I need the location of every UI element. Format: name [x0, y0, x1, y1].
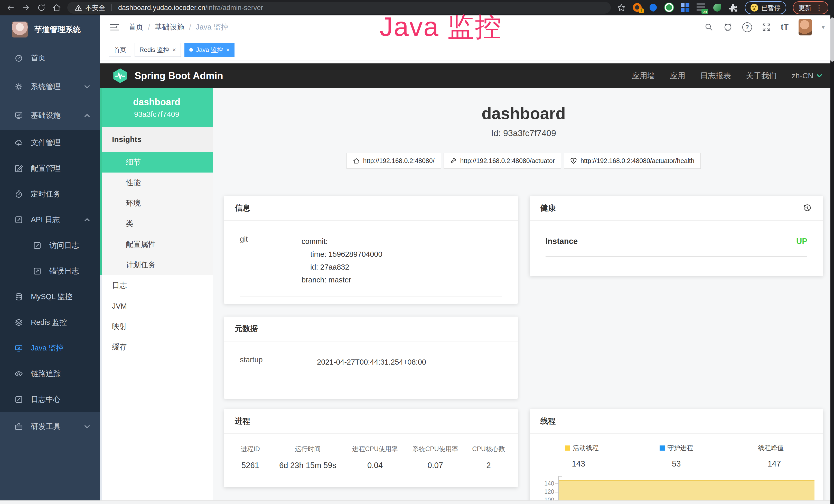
sidebar-item-redis-monitor[interactable]: Redis 监控	[0, 310, 100, 335]
sba-nav-applications[interactable]: 应用	[670, 71, 685, 81]
extension-leaf-icon[interactable]	[712, 3, 722, 12]
horizontal-scrollbar[interactable]	[0, 500, 830, 504]
health-url-chip[interactable]: http://192.168.0.2:48080/actuator/health	[564, 153, 701, 169]
home-icon	[353, 158, 359, 164]
font-size-icon[interactable]: tT	[781, 23, 789, 32]
sba-nav: 应用墙 应用 日志报表 关于我们 zh-CN	[632, 71, 822, 81]
extension-green-circle-icon[interactable]	[665, 3, 674, 12]
layers-icon	[14, 318, 23, 327]
sba-navbar: Spring Boot Admin 应用墙 应用 日志报表 关于我们 zh-CN	[100, 63, 834, 88]
history-icon[interactable]	[802, 203, 812, 213]
sidebar-item-api-log[interactable]: API 日志	[0, 207, 100, 233]
page-instance-id: Id: 93a3fc7f7409	[213, 128, 834, 138]
threads-chart: 140 120 100	[536, 476, 817, 504]
sba-side-item-config-props[interactable]: 配置属性	[100, 234, 213, 255]
user-avatar[interactable]	[798, 19, 812, 36]
bookmark-star-icon[interactable]	[616, 3, 626, 13]
screen-monitor-icon	[14, 344, 23, 352]
close-icon[interactable]: ×	[172, 46, 176, 53]
vertical-scrollbar[interactable]	[830, 16, 834, 504]
update-chrome-button[interactable]: 更新 ⋮	[793, 1, 828, 14]
sba-nav-about[interactable]: 关于我们	[746, 71, 777, 81]
instance-header[interactable]: dashboard 93a3fc7f7409	[100, 88, 213, 127]
green-accent-strip	[100, 88, 102, 275]
help-icon[interactable]: ?	[742, 22, 752, 32]
threads-values: 143 53 147	[530, 452, 824, 468]
extension-list-icon[interactable]: on	[697, 3, 706, 12]
sba-side-item-logs[interactable]: 日志	[100, 275, 213, 296]
home-icon[interactable]	[52, 3, 62, 13]
sidebar-item-error-log[interactable]: 错误日志	[0, 258, 100, 284]
tag-home[interactable]: 首页	[109, 43, 131, 57]
sidebar-item-java-monitor[interactable]: Java 监控	[0, 335, 100, 361]
sba-side-item-environment[interactable]: 环境	[100, 193, 213, 214]
gear-icon	[14, 83, 23, 91]
sba-language-select[interactable]: zh-CN	[792, 71, 822, 80]
sidebar-item-home[interactable]: 首页	[0, 44, 100, 72]
sba-nav-journal[interactable]: 日志报表	[700, 71, 731, 81]
browser-menu-icon[interactable]: ⋮	[815, 4, 823, 12]
process-cpu: 0.04	[346, 461, 404, 470]
tags-view-bar: 首页 Redis 监控 × Java 监控 ×	[100, 39, 834, 61]
fullscreen-icon[interactable]	[762, 23, 771, 32]
sidebar-item-infra[interactable]: 基础设施	[0, 101, 100, 130]
metadata-card: 元数据 startup 2021-04-27T00:44:31.254+08:0…	[224, 317, 518, 399]
sba-nav-wallboard[interactable]: 应用墙	[632, 71, 655, 81]
profile-paused-badge[interactable]: 已暂停	[745, 1, 786, 14]
extensions-puzzle-icon[interactable]	[728, 3, 738, 13]
forward-icon[interactable]	[21, 3, 31, 13]
sba-side-item-classes[interactable]: 类	[100, 214, 213, 234]
endpoint-chips: http://192.168.0.2:48080/ http://192.168…	[213, 153, 834, 169]
github-icon[interactable]	[723, 23, 732, 32]
sidebar-item-log-center[interactable]: 日志中心	[0, 387, 100, 412]
app-logo	[12, 22, 28, 38]
sidebar-item-config-manage[interactable]: 配置管理	[0, 156, 100, 181]
sidebar-item-scheduled-jobs[interactable]: 定时任务	[0, 181, 100, 207]
site-security[interactable]: 不安全	[74, 3, 105, 12]
insights-section-label: Insights	[100, 127, 213, 152]
process-values-row: 5261 6d 23h 15m 59s 0.04 0.07 2	[231, 453, 511, 470]
chevron-down-icon	[84, 425, 90, 429]
breadcrumb-home[interactable]: 首页	[128, 22, 143, 32]
sba-instance-sidebar: dashboard 93a3fc7f7409 Insights 细节 性能 环境…	[100, 88, 213, 504]
actuator-url-chip[interactable]: http://192.168.0.2:48080/actuator	[444, 153, 561, 169]
back-icon[interactable]	[6, 3, 16, 13]
process-table: 进程ID 运行时间 进程CPU使用率 系统CPU使用率 CPU核心数 5261 …	[224, 434, 518, 470]
extension-orange-icon[interactable]: 1	[633, 3, 642, 12]
breadcrumb-infra[interactable]: 基础设施	[155, 22, 184, 32]
extension-pin-icon[interactable]	[649, 3, 658, 12]
tag-java-monitor[interactable]: Java 监控 ×	[184, 43, 235, 57]
sidebar-item-mysql-monitor[interactable]: MySQL 监控	[0, 284, 100, 310]
sidebar-item-file-manage[interactable]: 文件管理	[0, 130, 100, 156]
sba-side-item-jvm[interactable]: JVM	[100, 296, 213, 316]
sba-side-item-mappings[interactable]: 映射	[100, 316, 213, 337]
vertical-scrollbar-thumb[interactable]	[830, 18, 834, 62]
paused-label: 已暂停	[761, 4, 781, 12]
breadcrumb-current: Java 监控	[196, 22, 228, 32]
hamburger-icon[interactable]	[109, 23, 120, 31]
blue-swatch	[660, 445, 665, 451]
sidebar-item-access-log[interactable]: 访问日志	[0, 233, 100, 258]
sba-side-item-details[interactable]: 细节	[100, 152, 213, 173]
sidebar-item-system[interactable]: 系统管理	[0, 72, 100, 101]
sba-side-item-scheduled-tasks[interactable]: 计划任务	[100, 255, 213, 275]
reload-icon[interactable]	[37, 3, 46, 13]
sba-side-item-metrics[interactable]: 性能	[100, 173, 213, 193]
profile-emoji-icon	[750, 4, 758, 12]
tag-redis-monitor[interactable]: Redis 监控 ×	[135, 43, 181, 57]
process-card-title: 进程	[235, 416, 250, 427]
search-icon[interactable]	[704, 23, 714, 32]
close-icon[interactable]: ×	[226, 46, 229, 53]
daemon-threads-value: 53	[628, 459, 725, 468]
gray-accent-strip	[100, 275, 102, 504]
cpu-cores: 2	[466, 461, 511, 470]
sidebar-item-tracing[interactable]: 链路追踪	[0, 361, 100, 387]
health-card-title: 健康	[541, 203, 556, 213]
service-url-chip[interactable]: http://192.168.0.2:48080/	[347, 153, 441, 169]
address-bar[interactable]: 不安全 dashboard.yudao.iocoder.cn/infra/adm…	[67, 2, 611, 14]
info-git-row: git commit: time: 1596289704000 id: 27aa…	[224, 221, 518, 286]
avatar-caret-icon[interactable]: ▾	[822, 24, 825, 31]
extension-grid-icon[interactable]	[681, 3, 690, 12]
sidebar-item-dev-tools[interactable]: 研发工具	[0, 412, 100, 441]
sba-side-item-caches[interactable]: 缓存	[100, 337, 213, 358]
